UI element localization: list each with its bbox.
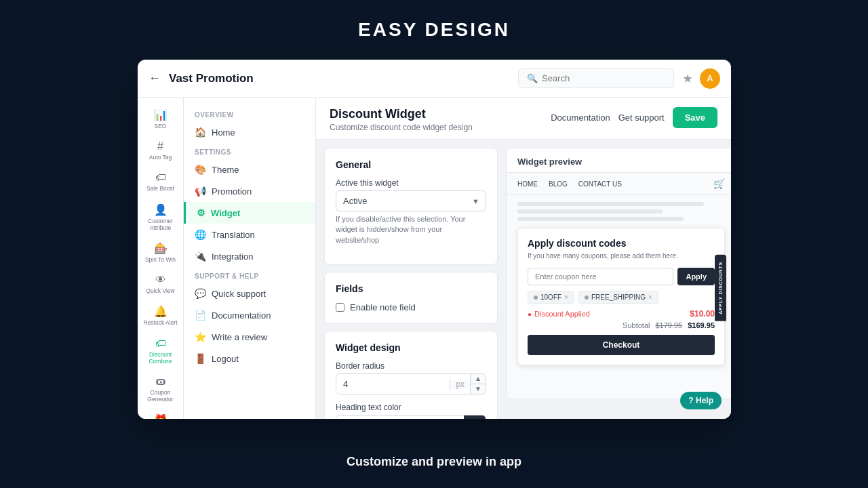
- overview-section-title: OVERVIEW: [184, 106, 315, 121]
- subtotal-row: Subtotal $179.95 $169.95: [528, 321, 715, 329]
- fields-card: Fields Enable note field: [324, 272, 498, 324]
- color-input-group: #212b36: [336, 415, 486, 419]
- help-button[interactable]: ? Help: [680, 392, 722, 409]
- page-background-subtitle: Customize and preview in app: [347, 455, 521, 469]
- nav-label-review: Write a review: [212, 332, 267, 342]
- avatar: A: [700, 68, 720, 89]
- nav-item-logout[interactable]: 🚪 Logout: [184, 348, 315, 369]
- nav-panel: OVERVIEW 🏠 Home SETTINGS 🎨 Theme 📢 Promo…: [184, 98, 316, 419]
- enable-note-row: Enable note field: [336, 302, 486, 312]
- subtotal-label: Subtotal: [623, 321, 650, 329]
- sidebar-item-saleboost[interactable]: 🏷 Sale Boost: [138, 166, 183, 197]
- translation-icon: 🌐: [195, 229, 206, 240]
- widget-icon: ⚙: [197, 207, 205, 218]
- nav-label-documentation: Documentation: [212, 310, 271, 321]
- tag-dot-icon: [534, 296, 538, 300]
- active-widget-label: Active this widget: [336, 178, 486, 188]
- border-radius-group: Border radius px ▲ ▼: [336, 361, 486, 394]
- save-button[interactable]: Save: [673, 107, 717, 128]
- nav-label-translation: Translation: [212, 230, 255, 240]
- discount-amount: $10.00: [690, 309, 715, 319]
- fields-card-title: Fields: [336, 283, 486, 294]
- content-title: Discount Widget: [330, 107, 473, 121]
- sidebar-label-quickview: Quick View: [146, 287, 174, 294]
- color-swatch[interactable]: [464, 415, 486, 419]
- apply-discounts-side-tab[interactable]: APPLY DISCOUNTS: [715, 255, 726, 321]
- nav-item-promotion[interactable]: 📢 Promotion: [184, 180, 315, 202]
- search-icon: 🔍: [527, 73, 538, 83]
- coupon-tag-freeshipping: FREE_SHIPPING ×: [578, 291, 658, 304]
- support-section-title: SUPPORT & HELP: [184, 267, 315, 283]
- active-widget-select[interactable]: Active Inactive: [336, 190, 486, 211]
- nav-item-integration[interactable]: 🔌 Integration: [184, 245, 315, 267]
- border-radius-increment[interactable]: ▲: [471, 374, 486, 384]
- sidebar-item-loyalty[interactable]: 🎁 Loyalty: [138, 408, 183, 419]
- sidebar-label-spin: Spin To Win: [145, 256, 176, 263]
- coupon-tag-remove-icon[interactable]: ×: [564, 293, 568, 301]
- nav-item-translation[interactable]: 🌐 Translation: [184, 224, 315, 245]
- sidebar-item-customer[interactable]: 👤 Customer Attribute: [138, 198, 183, 237]
- saleboost-icon: 🏷: [155, 171, 166, 184]
- nav-item-documentation[interactable]: 📄 Documentation: [184, 304, 315, 326]
- documentation-icon: 📄: [195, 310, 206, 321]
- apply-button[interactable]: Apply: [677, 268, 715, 285]
- sidebar-item-coupon[interactable]: 🎟 Coupon Generator: [138, 370, 183, 408]
- general-card-title: General: [336, 159, 486, 170]
- nav-item-review[interactable]: ⭐ Write a review: [184, 326, 315, 348]
- nav-label-integration: Integration: [212, 251, 253, 262]
- nav-item-theme[interactable]: 🎨 Theme: [184, 159, 315, 180]
- border-radius-input[interactable]: [336, 374, 450, 394]
- placeholder-line: [517, 217, 684, 221]
- coupon-tag-remove-icon[interactable]: ×: [648, 293, 652, 301]
- checkout-button[interactable]: Checkout: [528, 335, 715, 355]
- popup-subtitle: If you have many coupons, please add the…: [528, 251, 715, 261]
- right-content: Discount Widget Customize discount code …: [316, 98, 731, 419]
- loyalty-icon: 🎁: [154, 413, 167, 419]
- app-window: ← Vast Promotion 🔍 ★ A 📊 SEO # Auto Tag …: [138, 60, 731, 419]
- sidebar-item-restock[interactable]: 🔔 Restock Alert: [138, 300, 183, 331]
- popup-title: Apply discount codes: [528, 238, 715, 249]
- sidebar-label-restock: Restock Alert: [143, 319, 177, 326]
- app-title: Vast Promotion: [169, 72, 254, 85]
- back-button[interactable]: ←: [149, 71, 161, 85]
- sidebar-item-seo[interactable]: 📊 SEO: [138, 103, 183, 135]
- documentation-link[interactable]: Documentation: [551, 113, 610, 123]
- autotag-icon: #: [157, 140, 163, 152]
- support-link[interactable]: Get support: [618, 113, 665, 123]
- coupon-input-row: Apply: [528, 268, 715, 285]
- preview-card: Widget preview HOME BLOG CONTACT US 🛒: [506, 148, 731, 399]
- border-radius-decrement[interactable]: ▼: [471, 384, 486, 394]
- main-content: 📊 SEO # Auto Tag 🏷 Sale Boost 👤 Customer…: [138, 98, 731, 419]
- coupon-tags: 10OFF × FREE_SHIPPING ×: [528, 291, 715, 304]
- discount-applied-label: ● Discount Applied: [528, 310, 590, 318]
- heading-color-input[interactable]: #212b36: [336, 417, 464, 419]
- nav-item-widget[interactable]: ⚙ Widget: [184, 202, 315, 224]
- sidebar-item-spin[interactable]: 🎰 Spin To Win: [138, 237, 183, 268]
- sidebar-item-quickview[interactable]: 👁 Quick View: [138, 268, 183, 300]
- placeholder-line: [517, 209, 663, 214]
- home-icon: 🏠: [195, 127, 206, 138]
- search-input[interactable]: [542, 73, 665, 83]
- subtotal-original: $179.95: [655, 321, 682, 329]
- discount-popup-container: Apply discount codes If you have many co…: [517, 228, 725, 365]
- favorite-button[interactable]: ★: [682, 71, 693, 86]
- sidebar-label-seo: SEO: [155, 123, 167, 129]
- enable-note-checkbox[interactable]: [336, 303, 344, 312]
- border-radius-input-group: px ▲ ▼: [336, 373, 486, 394]
- nav-label-logout: Logout: [212, 354, 239, 364]
- nav-item-home[interactable]: 🏠 Home: [184, 121, 315, 143]
- nav-label-quicksupport: Quick support: [212, 289, 266, 299]
- active-widget-hint: If you disable/active this selection. Yo…: [336, 214, 486, 245]
- settings-section-title: SETTINGS: [184, 143, 315, 159]
- discount-dot-icon: ●: [528, 310, 532, 318]
- coupon-tag-label: 10OFF: [540, 293, 561, 301]
- coupon-input[interactable]: [528, 268, 673, 285]
- sidebar-item-autotag[interactable]: # Auto Tag: [138, 135, 183, 166]
- nav-item-quicksupport[interactable]: 💬 Quick support: [184, 283, 315, 304]
- placeholder-content: [517, 202, 725, 221]
- tag-dot-icon: [585, 296, 589, 300]
- nav-label-home: Home: [212, 127, 235, 138]
- border-radius-steppers: ▲ ▼: [470, 374, 486, 394]
- sidebar-label-customer: Customer Attribute: [140, 218, 180, 231]
- sidebar-item-discount[interactable]: 🏷 Discount Combine: [138, 332, 183, 370]
